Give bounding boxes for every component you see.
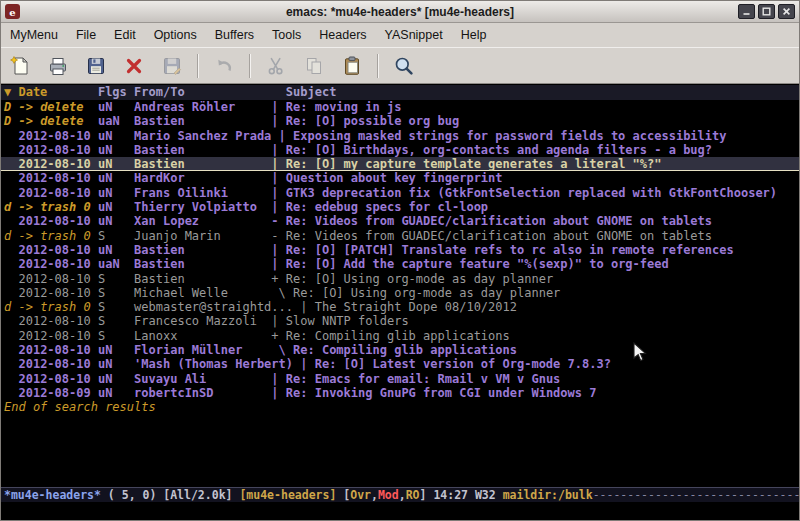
- menu-item-edit[interactable]: Edit: [105, 23, 145, 47]
- message-row[interactable]: 2012-08-10 S Lanoxx + Re: Compiling glib…: [1, 329, 799, 343]
- subject-cell: - Re: Videos from GUADEC/clarification a…: [271, 229, 712, 243]
- message-row[interactable]: D -> delete uN Andreas Röhler | Re: movi…: [1, 100, 799, 114]
- subject-cell: | The Straight Dope 08/10/2012: [300, 300, 517, 314]
- flags-cell: S: [98, 229, 134, 243]
- subject-cell: \ Re: [O] Using org-mode as day planner: [271, 286, 560, 300]
- message-row[interactable]: 2012-08-10 uN Bastien | Re: [O] my captu…: [1, 157, 799, 171]
- search-icon[interactable]: [391, 53, 417, 79]
- new-file-icon[interactable]: [7, 53, 33, 79]
- flags-cell: uN: [98, 200, 134, 214]
- message-row[interactable]: D -> delete uaN Bastien | Re: [O] possib…: [1, 114, 799, 128]
- toolbar-separator: [249, 54, 251, 78]
- message-row[interactable]: 2012-08-10 uN Suvayu Ali | Re: Emacs for…: [1, 372, 799, 386]
- flags-cell: uN: [98, 171, 134, 185]
- date-cell: 2012-08-10: [18, 143, 97, 157]
- minimize-button[interactable]: [738, 4, 755, 19]
- subject-cell: | Re: [O] [PATCH] Translate refs to rc a…: [271, 243, 733, 257]
- menu-item-buffers[interactable]: Buffers: [206, 23, 263, 47]
- message-row[interactable]: 2012-08-10 uN Florian Müllner \ Re: Comp…: [1, 343, 799, 357]
- emacs-window: e emacs: *mu4e-headers* [mu4e-headers] M…: [0, 0, 800, 521]
- flags-cell: uN: [98, 186, 134, 200]
- mark-cell: [4, 314, 18, 328]
- maximize-button[interactable]: [758, 4, 775, 19]
- date-cell: -> trash 0: [18, 200, 97, 214]
- from-cell: Bastien: [134, 114, 271, 128]
- flags-cell: uN: [98, 357, 134, 371]
- toolbar: [1, 47, 799, 84]
- message-row[interactable]: 2012-08-09 uN robertcInSD | Re: Invoking…: [1, 386, 799, 400]
- flags-cell: uN: [98, 243, 134, 257]
- mark-cell: [4, 272, 18, 286]
- toolbar-separator: [197, 54, 199, 78]
- subject-cell: | Question about key fingerprint: [271, 171, 502, 185]
- menu-item-options[interactable]: Options: [145, 23, 206, 47]
- cut-icon: [263, 53, 289, 79]
- date-cell: 2012-08-10: [18, 214, 97, 228]
- message-row[interactable]: 2012-08-10 uN HardKor | Question about k…: [1, 171, 799, 185]
- mark-cell: [4, 286, 18, 300]
- menu-item-yasnippet[interactable]: YASnippet: [376, 23, 452, 47]
- from-cell: Francesco Mazzoli: [134, 314, 271, 328]
- menu-item-help[interactable]: Help: [452, 23, 496, 47]
- from-cell: webmaster@straightd...: [134, 300, 300, 314]
- subject-cell: \ Re: Compiling glib applications: [271, 343, 517, 357]
- date-cell: 2012-08-10: [18, 272, 97, 286]
- from-cell: Bastien: [134, 272, 271, 286]
- date-cell: 2012-08-10: [18, 129, 97, 143]
- menu-item-file[interactable]: File: [67, 23, 105, 47]
- message-row[interactable]: d -> trash 0 uN Thierry Volpiatto | Re: …: [1, 200, 799, 214]
- paste-icon[interactable]: [339, 53, 365, 79]
- subject-cell: | Re: edebug specs for cl-loop: [271, 200, 488, 214]
- message-row[interactable]: 2012-08-10 uN Xan Lopez - Re: Videos fro…: [1, 214, 799, 228]
- message-row[interactable]: 2012-08-10 S Francesco Mazzoli | Slow NN…: [1, 314, 799, 328]
- print-icon[interactable]: [45, 53, 71, 79]
- message-row[interactable]: d -> trash 0 S webmaster@straightd... | …: [1, 300, 799, 314]
- from-cell: Lanoxx: [134, 329, 271, 343]
- date-cell: 2012-08-10: [18, 157, 97, 171]
- toolbar-separator: [377, 54, 379, 78]
- headers-buffer[interactable]: ▼ Date Flgs From/To Subject D -> delete …: [1, 84, 799, 487]
- close-button[interactable]: [778, 4, 795, 19]
- modeline-segment-plain: ( 5, 0): [101, 488, 163, 502]
- from-cell: Bastien: [134, 243, 271, 257]
- menu-item-mymenu[interactable]: MyMenu: [1, 23, 67, 47]
- flags-column-header: Flgs: [98, 85, 134, 99]
- flags-cell: uN: [98, 129, 134, 143]
- menu-item-headers[interactable]: Headers: [310, 23, 375, 47]
- subject-cell: | Re: Invoking GnuPG from CGI under Wind…: [271, 386, 596, 400]
- flags-cell: S: [98, 329, 134, 343]
- mark-cell: [4, 129, 18, 143]
- from-cell: Suvayu Ali: [134, 372, 271, 386]
- flags-cell: uN: [98, 157, 134, 171]
- mark-cell: d: [4, 300, 18, 314]
- mark-cell: [4, 243, 18, 257]
- message-row[interactable]: 2012-08-10 uN Mario Sanchez Prada | Expo…: [1, 129, 799, 143]
- from-column-header: From/To: [134, 85, 271, 99]
- message-row[interactable]: 2012-08-10 S Bastien + Re: [O] Using org…: [1, 272, 799, 286]
- message-row[interactable]: 2012-08-10 S Michael Welle \ Re: [O] Usi…: [1, 286, 799, 300]
- message-row[interactable]: 2012-08-10 uaN Bastien | Re: [O] Add the…: [1, 257, 799, 271]
- flags-cell: uaN: [98, 257, 134, 271]
- subject-cell: | Re: [O] Birthdays, org-contacts and ag…: [271, 143, 712, 157]
- kill-buffer-icon[interactable]: [121, 53, 147, 79]
- minibuffer[interactable]: [1, 502, 799, 520]
- header-list: D -> delete uN Andreas Röhler | Re: movi…: [1, 100, 799, 400]
- flags-cell: S: [98, 314, 134, 328]
- from-cell: Bastien: [134, 157, 271, 171]
- save-icon[interactable]: [83, 53, 109, 79]
- flags-cell: S: [98, 286, 134, 300]
- message-row[interactable]: 2012-08-10 uN 'Mash (Thomas Herbert) | R…: [1, 357, 799, 371]
- emacs-app-icon: e: [5, 4, 21, 20]
- window-title: emacs: *mu4e-headers* [mu4e-headers]: [1, 5, 799, 19]
- message-row[interactable]: 2012-08-10 uN Bastien | Re: [O] Birthday…: [1, 143, 799, 157]
- menu-item-tools[interactable]: Tools: [263, 23, 310, 47]
- message-row[interactable]: d -> trash 0 S Juanjo Marin - Re: Videos…: [1, 229, 799, 243]
- message-row[interactable]: 2012-08-10 uN Frans Oilinki | GTK3 depre…: [1, 186, 799, 200]
- message-row[interactable]: 2012-08-10 uN Bastien | Re: [O] [PATCH] …: [1, 243, 799, 257]
- from-cell: Xan Lopez: [134, 214, 271, 228]
- modeline-segment-buffer-name: *mu4e-headers*: [4, 488, 101, 502]
- date-cell: 2012-08-10: [18, 171, 97, 185]
- date-cell: -> trash 0: [18, 229, 97, 243]
- title-bar[interactable]: e emacs: *mu4e-headers* [mu4e-headers]: [1, 1, 799, 23]
- from-cell: Bastien: [134, 143, 271, 157]
